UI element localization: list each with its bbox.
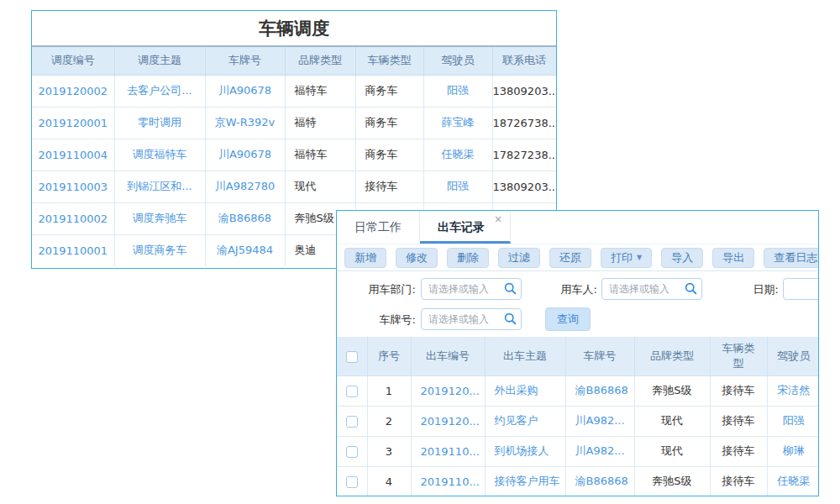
table-row[interactable]: 2019110004 调度福特车 川A90678 福特车 商务车 任晓渠 178… <box>32 139 556 171</box>
col-header-subject: 调度主题 <box>114 47 205 75</box>
driver-link[interactable]: 阳强 <box>423 171 492 202</box>
driver-link[interactable]: 任晓渠 <box>423 139 492 171</box>
dispatch-id-link[interactable]: 2019120001 <box>32 107 114 139</box>
row-checkbox[interactable] <box>346 446 358 458</box>
search-icon[interactable] <box>504 282 517 295</box>
table-row[interactable]: 4 2019110... 接待客户用车 渝B86868 奔驰S级 接待车 任晓渠 <box>337 466 819 496</box>
dispatch-table-header: 调度编号 调度主题 车牌号 品牌类型 车辆类型 驾驶员 联系电话 <box>32 47 556 75</box>
type-cell: 接待车 <box>710 436 767 466</box>
tab-label: 日常工作 <box>354 220 402 234</box>
trip-no-link[interactable]: 2019120... <box>411 406 485 436</box>
restore-button[interactable]: 还原 <box>549 248 591 268</box>
table-row[interactable]: 2019120001 零时调用 京W-R392v 福特 商务车 薛宝峰 1872… <box>32 107 556 139</box>
driver-link[interactable]: 阳强 <box>767 406 819 436</box>
index-cell: 1 <box>367 375 411 406</box>
type-cell: 商务车 <box>355 107 423 139</box>
table-row[interactable]: 3 2019110... 到机场接人 川A982... 现代 接待车 柳琳 <box>337 436 819 466</box>
plate-link[interactable]: 川A90678 <box>205 139 285 171</box>
export-button[interactable]: 导出 <box>712 248 754 268</box>
plate-link[interactable]: 渝B86868 <box>205 202 285 234</box>
print-button[interactable]: 打印▼ <box>601 248 652 268</box>
table-row[interactable]: 2 2019120... 约见客户 川A982... 现代 接待车 阳强 <box>337 406 819 436</box>
add-button[interactable]: 新增 <box>344 248 386 268</box>
row-checkbox[interactable] <box>346 416 358 428</box>
col-header-dispatch-id: 调度编号 <box>32 47 114 75</box>
plate-link[interactable]: 川A982780 <box>205 171 285 202</box>
print-button-label: 打印 <box>611 251 633 264</box>
col-header-index: 序号 <box>367 337 411 375</box>
type-cell: 商务车 <box>355 75 423 107</box>
delete-button[interactable]: 删除 <box>447 248 489 268</box>
dispatch-subject-link[interactable]: 零时调用 <box>114 107 205 139</box>
plate-link[interactable]: 渝AJ59484 <box>205 234 285 266</box>
index-cell: 2 <box>367 406 411 436</box>
toolbar: 新增 修改 删除 过滤 还原 打印▼ 导入 导出 查看日志 <box>337 244 818 271</box>
filter-area: 用车部门: 用车人: 日期: 车牌号: 查询 <box>337 271 818 337</box>
driver-link[interactable]: 任晓渠 <box>767 466 819 496</box>
query-button[interactable]: 查询 <box>545 307 591 331</box>
plate-link[interactable]: 川A982... <box>565 436 634 466</box>
brand-cell: 福特车 <box>285 139 355 171</box>
trip-subject-link[interactable]: 到机场接人 <box>485 436 565 466</box>
select-all-checkbox[interactable] <box>346 351 358 363</box>
date-input[interactable] <box>783 278 819 300</box>
trip-subject-link[interactable]: 约见客户 <box>485 406 565 436</box>
dispatch-id-link[interactable]: 2019110002 <box>32 202 114 234</box>
brand-cell: 现代 <box>285 171 355 202</box>
import-button[interactable]: 导入 <box>661 248 703 268</box>
trip-no-link[interactable]: 2019120... <box>411 375 485 406</box>
trip-no-link[interactable]: 2019110... <box>411 466 485 496</box>
driver-link[interactable]: 薛宝峰 <box>423 107 492 139</box>
plate-link[interactable]: 川A982... <box>565 406 634 436</box>
trip-subject-link[interactable]: 接待客户用车 <box>485 466 565 496</box>
plate-label: 车牌号: <box>360 312 416 328</box>
dispatch-subject-link[interactable]: 到锦江区和... <box>114 171 205 202</box>
row-checkbox[interactable] <box>346 476 358 488</box>
plate-link[interactable]: 渝B86868 <box>565 375 634 406</box>
dispatch-subject-link[interactable]: 去客户公司... <box>114 75 205 107</box>
checkbox-cell <box>337 466 367 496</box>
dispatch-subject-link[interactable]: 调度福特车 <box>114 139 205 171</box>
trip-subject-link[interactable]: 外出采购 <box>485 375 565 406</box>
col-header-brand: 品牌类型 <box>285 47 355 75</box>
col-header-type: 车辆类型 <box>710 337 767 375</box>
col-header-phone: 联系电话 <box>492 47 556 75</box>
driver-link[interactable]: 阳强 <box>423 75 492 107</box>
records-table-header: 序号 出车编号 出车主题 车牌号 品牌类型 车辆类型 驾驶员 <box>337 337 819 375</box>
row-checkbox[interactable] <box>346 386 358 397</box>
index-cell: 4 <box>367 466 411 496</box>
type-cell: 商务车 <box>355 139 423 171</box>
dispatch-id-link[interactable]: 2019110003 <box>32 171 114 202</box>
close-tab-icon[interactable]: × <box>494 214 502 224</box>
dispatch-id-link[interactable]: 2019110001 <box>32 234 114 266</box>
col-header-trip-no: 出车编号 <box>411 337 485 375</box>
brand-cell: 福特车 <box>285 75 355 107</box>
driver-link[interactable]: 柳琳 <box>767 436 819 466</box>
trip-no-link[interactable]: 2019110... <box>411 436 485 466</box>
plate-link[interactable]: 渝B86868 <box>565 466 634 496</box>
dispatch-subject-link[interactable]: 调度商务车 <box>114 234 205 266</box>
tab-daily-work[interactable]: 日常工作 <box>337 211 420 244</box>
modify-button[interactable]: 修改 <box>396 248 438 268</box>
phone-cell: 18726738... <box>492 107 556 139</box>
tab-trip-records[interactable]: 出车记录 × <box>420 211 511 244</box>
table-row[interactable]: 2019110003 到锦江区和... 川A982780 现代 接待车 阳强 1… <box>32 171 556 202</box>
plate-link[interactable]: 京W-R392v <box>205 107 285 139</box>
filter-button[interactable]: 过滤 <box>498 248 540 268</box>
brand-cell: 现代 <box>634 406 710 436</box>
search-icon[interactable] <box>504 312 517 325</box>
type-cell: 接待车 <box>710 466 767 496</box>
driver-link[interactable]: 宋洁然 <box>767 375 819 406</box>
dispatch-id-link[interactable]: 2019110004 <box>32 139 114 171</box>
dispatch-id-link[interactable]: 2019120002 <box>32 75 114 107</box>
col-header-subject: 出车主题 <box>485 337 565 375</box>
table-row[interactable]: 1 2019120... 外出采购 渝B86868 奔驰S级 接待车 宋洁然 <box>337 375 819 406</box>
plate-link[interactable]: 川A90678 <box>205 75 285 107</box>
plate-input-wrap <box>421 308 522 330</box>
page-title: 车辆调度 <box>32 11 556 47</box>
search-icon[interactable] <box>685 282 697 295</box>
caret-down-icon: ▼ <box>637 254 642 261</box>
table-row[interactable]: 2019120002 去客户公司... 川A90678 福特车 商务车 阳强 1… <box>32 75 556 107</box>
dispatch-subject-link[interactable]: 调度奔驰车 <box>114 202 205 234</box>
view-log-button[interactable]: 查看日志 <box>764 248 819 268</box>
